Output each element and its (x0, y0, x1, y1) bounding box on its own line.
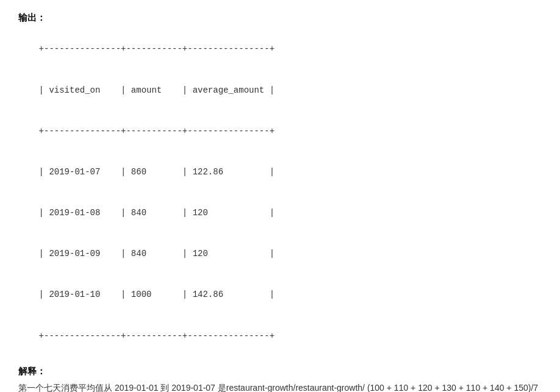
table-separator-top: +---------------+-----------+-----------… (39, 44, 275, 54)
explanation-content: 第一个七天消费平均值从 2019-01-01 到 2019-01-07 是res… (18, 381, 542, 392)
output-label: 输出： (18, 12, 542, 24)
output-section: 输出： +---------------+-----------+-------… (18, 12, 542, 356)
explanation-section: 解释： 第一个七天消费平均值从 2019-01-01 到 2019-01-07 … (18, 366, 542, 392)
table-row-2: | 2019-01-08 | 840 | 120 | (39, 208, 275, 218)
table-row-4: | 2019-01-10 | 1000 | 142.86 | (39, 290, 275, 299)
table-row-1: | 2019-01-07 | 860 | 122.86 | (39, 167, 275, 177)
explanation-1: 第一个七天消费平均值从 2019-01-01 到 2019-01-07 是res… (18, 381, 542, 392)
table-separator-mid: +---------------+-----------+-----------… (39, 126, 275, 136)
result-table: +---------------+-----------+-----------… (18, 29, 542, 356)
table-row-3: | 2019-01-09 | 840 | 120 | (39, 249, 275, 258)
explanation-label: 解释： (18, 366, 542, 377)
table-header-row: | visited_on | amount | average_amount | (39, 85, 275, 95)
table-separator-bottom: +---------------+-----------+-----------… (39, 331, 275, 341)
